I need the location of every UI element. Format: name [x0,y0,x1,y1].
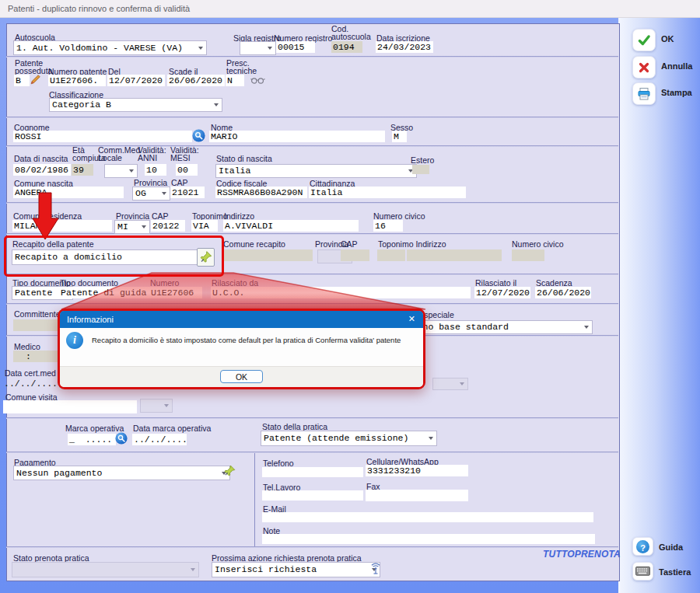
prossima-azione-select[interactable]: Inserisci richiesta [212,562,380,577]
numero-civico-field[interactable]: 16 [373,220,403,232]
cap-nascita-field[interactable]: 21021 [170,187,205,198]
email-field[interactable] [262,512,593,522]
comune-nascita-field[interactable]: ANGERA [13,187,124,198]
keyboard-icon [635,566,650,577]
cap-recapito-field [341,249,369,261]
guida-button[interactable]: ? [632,537,653,556]
scadenza-label: Scadenza [536,279,572,287]
fax-field[interactable] [366,490,468,501]
rilasciato-da-field[interactable]: U.C.O. [211,287,471,298]
cittadinanza-field[interactable]: Italia [309,187,466,198]
indirizzo-label: Indirizzo [224,212,254,220]
estero-box [412,165,429,174]
codice-fiscale-field[interactable]: RSSMRA86B08A290N [215,187,307,198]
tel-lavoro-field[interactable] [262,490,363,501]
comune-visita-field[interactable] [3,400,137,413]
cap-nascita-label: CAP [171,179,188,187]
numero-civico-recapito-field [512,249,544,261]
numero-documento-label: Numero [150,279,179,287]
stampa-button-label[interactable]: Stampa [661,88,692,97]
dialog-ok-button[interactable]: OK [220,370,263,383]
note-field[interactable] [262,534,595,544]
ok-button-label[interactable]: OK [661,34,674,44]
cap-residenza-field[interactable]: 20122 [151,220,185,232]
eta-compiuta-field: 39 [72,164,93,176]
stato-nascita-select[interactable]: Italia [215,164,417,178]
data-iscrizione-field[interactable]: 24/03/2023 [376,41,433,53]
cognome-field[interactable]: ROSSI [13,131,192,142]
marca-operativa-field[interactable]: _ ..... [68,434,116,445]
provincia-residenza-label: Provincia [116,212,149,220]
toponimo-field[interactable]: VIA [191,220,218,232]
dialog-message: Recapito a domicilio è stato impostato c… [92,336,420,344]
data-cert-med-field[interactable]: ../../.... [4,378,58,389]
scade-il-field[interactable]: 26/06/2020 [167,75,225,86]
printer-icon [637,87,651,101]
del-field[interactable]: 12/07/2020 [107,75,165,86]
tipo-documento-label: Tipo documento [60,279,118,287]
antenna-icon[interactable] [369,563,382,575]
data-marca-operativa-field[interactable]: ../../.... [132,434,187,445]
pushpin-icon[interactable] [222,464,236,478]
rilasciato-il-field[interactable]: 12/07/2020 [474,287,530,298]
aux-med-select[interactable] [432,378,468,390]
recapito-patente-select[interactable]: Recapito a domicilio [12,249,208,265]
provincia-nascita-select[interactable]: OG [132,187,170,201]
chevron-down-icon [129,169,134,173]
stampa-button[interactable] [632,82,656,105]
stato-pratica-select[interactable]: Patente (attende emissione) [261,431,437,446]
window-title: Patenti - duplicato rinnovo e conferma d… [8,4,190,13]
scadenza-field[interactable]: 26/06/2020 [535,287,591,298]
stato-prenota-label: Stato prenota pratica [13,554,89,562]
ok-button[interactable] [632,29,656,51]
telefono-field[interactable] [262,467,363,477]
autoscuola-select[interactable]: 1. Aut. Voldomino - VARESE (VA) [13,40,207,55]
pencil-icon[interactable] [30,74,41,85]
sigla-registro-select[interactable] [240,41,276,55]
estero-label: Estero [411,156,434,164]
numero-civico-label: Numero civico [373,212,425,220]
telefono-label: Telefono [263,459,294,467]
pin-button[interactable] [197,248,215,267]
annulla-button[interactable] [632,56,656,78]
annulla-button-label[interactable]: Annulla [661,61,692,71]
pagamento-select[interactable]: Nessun pagamento [13,466,230,480]
comune-residenza-field[interactable]: MILANO [12,220,112,232]
numero-documento-field[interactable]: U1E27606 [149,287,202,298]
classificazione-select[interactable]: Categoria B [49,98,222,112]
cellulare-field[interactable]: 3331233210 [366,465,468,476]
search-icon[interactable] [192,129,205,142]
numero-registro-field[interactable]: 00015 [276,41,315,53]
tipo-documento-field[interactable]: Patente di guida [59,287,149,298]
close-icon[interactable]: ✕ [408,314,415,324]
validita-anni-field[interactable]: 10 [145,164,166,176]
dialog-titlebar[interactable]: Informazioni ✕ [60,311,423,328]
check-icon [637,33,651,47]
dialog-title: Informazioni [67,315,114,324]
indirizzo-field[interactable]: A.VIVALDI [223,220,359,232]
guida-button-label[interactable]: Guida [659,542,683,552]
window-titlebar: Patenti - duplicato rinnovo e conferma d… [0,0,700,18]
tastiera-button-label[interactable]: Tastiera [659,567,691,577]
x-icon [638,61,650,74]
cap-recapito-label: CAP [341,240,358,248]
presc-tecniche-field[interactable]: N [226,75,244,86]
tastiera-button[interactable] [632,562,653,581]
nome-field[interactable]: MARIO [209,131,385,142]
section-divider [6,546,618,548]
info-icon: i [66,332,83,349]
patente-posseduta-field[interactable]: B [14,75,30,86]
asl-select[interactable] [140,399,173,413]
provincia-residenza-select[interactable]: MI [114,220,150,234]
comm-med-select[interactable] [104,164,138,178]
data-nascita-label: Data di nascita [14,155,68,162]
search-icon[interactable] [115,432,128,445]
info-glyph: i [73,334,76,346]
section-divider [6,202,618,204]
toponimo-recapito-field [377,249,405,261]
validita-mesi-field[interactable]: 00 [176,164,198,176]
sesso-field[interactable]: M [392,131,407,142]
data-nascita-field[interactable]: 08/02/1986 [13,164,71,176]
numero-patente-field[interactable]: U1E27606. [48,75,106,86]
chevron-down-icon [460,382,464,385]
